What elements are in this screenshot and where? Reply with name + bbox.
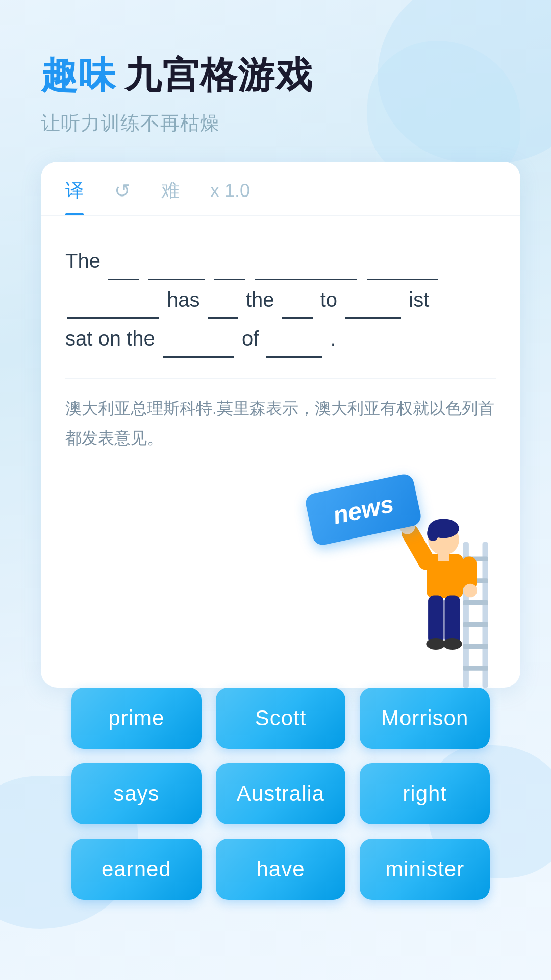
blank-2 (148, 258, 205, 280)
svg-rect-5 (463, 622, 488, 627)
word-ist: ist (409, 288, 429, 311)
svg-rect-7 (463, 666, 488, 671)
blank-11 (266, 335, 322, 358)
word-btn-morrison[interactable]: Morrison (360, 688, 490, 749)
blank-10 (163, 335, 234, 358)
tab-translate[interactable]: 译 (65, 178, 84, 215)
word-grid: prime Scott Morrison says Australia righ… (41, 688, 520, 941)
svg-rect-17 (428, 596, 443, 644)
word-btn-minister[interactable]: minister (360, 839, 490, 900)
blank-1 (108, 258, 139, 280)
translation-text: 澳大利亚总理斯科特.莫里森表示，澳大利亚有权就以色列首都发表意见。 (65, 378, 496, 453)
card-tabs: 译 ↺ 难 x 1.0 (41, 162, 520, 216)
svg-rect-6 (463, 644, 488, 649)
word-sat-on-the: sat on the (65, 327, 155, 350)
blank-4 (255, 258, 357, 280)
word-btn-right[interactable]: right (360, 763, 490, 824)
svg-rect-4 (463, 600, 488, 605)
tab-difficulty[interactable]: 难 (161, 178, 180, 215)
svg-point-10 (427, 526, 439, 541)
blank-3 (214, 258, 245, 280)
word-btn-prime[interactable]: prime (71, 688, 202, 749)
sentence-area: The has the to ist sat on the of (65, 241, 496, 358)
main-card: 译 ↺ 难 x 1.0 The (41, 162, 520, 688)
tab-refresh[interactable]: ↺ (114, 180, 131, 214)
word-the-2: the (246, 288, 274, 311)
main-container: 趣味 九宫格游戏 让听力训练不再枯燥 译 ↺ 难 x 1.0 The (0, 0, 551, 971)
word-the-1: The (65, 250, 101, 272)
word-of: of (242, 327, 259, 350)
title-accent: 趣味 (41, 51, 116, 100)
word-btn-earned[interactable]: earned (71, 839, 202, 900)
svg-point-20 (443, 638, 462, 650)
svg-rect-12 (438, 552, 449, 561)
word-btn-have[interactable]: have (216, 839, 346, 900)
svg-point-19 (426, 638, 445, 650)
blank-7 (208, 297, 238, 319)
word-has: has (167, 288, 200, 311)
subtitle: 让听力训练不再枯燥 (41, 110, 520, 136)
title-main: 九宫格游戏 (124, 51, 313, 100)
blank-8 (282, 297, 313, 319)
blank-5 (367, 258, 438, 280)
word-btn-australia[interactable]: Australia (216, 763, 346, 824)
blank-9 (345, 297, 401, 319)
blank-6 (67, 297, 159, 319)
figure-area: news (41, 473, 520, 688)
title-row: 趣味 九宫格游戏 (41, 51, 520, 100)
word-btn-scott[interactable]: Scott (216, 688, 346, 749)
svg-point-16 (463, 584, 477, 598)
word-to: to (320, 288, 337, 311)
svg-rect-18 (444, 596, 460, 644)
tab-speed[interactable]: x 1.0 (210, 180, 250, 214)
card-body: The has the to ist sat on the of (41, 216, 520, 473)
word-btn-says[interactable]: says (71, 763, 202, 824)
period: . (331, 327, 336, 350)
header: 趣味 九宫格游戏 让听力训练不再枯燥 (41, 51, 520, 136)
